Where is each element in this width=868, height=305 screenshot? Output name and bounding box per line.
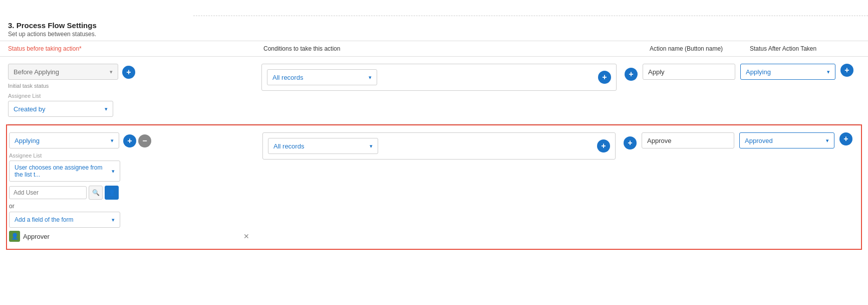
row2-add-field-value: Add a field of the form bbox=[15, 216, 73, 223]
row2-middle: All records ▾ + bbox=[254, 132, 624, 160]
page-subtitle: Set up actions between statuses. bbox=[8, 31, 860, 38]
row2-left: Applying ▾ + − Assignee List bbox=[9, 132, 254, 242]
row1-add-button[interactable]: + bbox=[122, 66, 135, 79]
row2-conditions-box: All records ▾ + bbox=[262, 132, 616, 160]
col-header-conditions: Conditions to take this action bbox=[253, 45, 650, 52]
row2-or-text: or bbox=[9, 203, 249, 210]
row2-status-after-wrap: Approved ▾ bbox=[739, 132, 834, 148]
row2-assignee-label: Assignee List bbox=[9, 152, 249, 159]
row1-left: Before Applying ▾ + Initial task status … bbox=[8, 64, 253, 117]
row2-action-name-input[interactable] bbox=[642, 132, 734, 148]
top-area bbox=[0, 5, 868, 21]
row2-search-icon-btn[interactable]: 🔍 bbox=[89, 186, 103, 200]
row2-approver-label: Approver bbox=[23, 233, 240, 240]
row1-conditions-dropdown[interactable]: All records ▾ bbox=[267, 69, 377, 85]
row2-remove-button[interactable]: − bbox=[138, 134, 151, 147]
row1-initial-task-label: Initial task status bbox=[8, 83, 248, 89]
row1-assignee-dropdown[interactable]: Created by ▾ bbox=[8, 101, 113, 117]
row1-assignee-section: Assignee List Created by ▾ bbox=[8, 93, 248, 117]
row2-add-button[interactable]: + bbox=[123, 134, 136, 147]
search-icon: 🔍 bbox=[92, 189, 100, 196]
row1-action-name-input[interactable] bbox=[643, 64, 735, 80]
row1-conditions-value: All records bbox=[272, 74, 303, 81]
row2-assignee-chevron: ▾ bbox=[112, 168, 115, 175]
row2-add-user-section: 🔍 👤 or Add a field of the form ▾ bbox=[9, 186, 249, 242]
row2-status-after-label: Approved bbox=[745, 137, 773, 144]
row1-assignee-chevron: ▾ bbox=[105, 106, 108, 112]
row1-assignee-label: Assignee List bbox=[8, 93, 248, 99]
row2-approver-row: 👤 Approver ✕ bbox=[9, 231, 249, 242]
page-title: 3. Process Flow Settings bbox=[8, 21, 860, 30]
row2-add-field-chevron: ▾ bbox=[112, 217, 115, 223]
row1-assignee-dropdown-wrap: Created by ▾ bbox=[8, 101, 113, 117]
row2-status-before-dropdown[interactable]: Applying ▾ bbox=[9, 132, 119, 148]
columns-header: Status before taking action* Conditions … bbox=[0, 41, 868, 57]
row1-far-right-add-button[interactable]: + bbox=[840, 64, 853, 77]
row1-status-after-chevron: ▾ bbox=[827, 69, 830, 75]
row2-conditions-chevron: ▾ bbox=[370, 143, 373, 149]
page-header: 3. Process Flow Settings Set up actions … bbox=[0, 21, 868, 41]
process-row-2: Applying ▾ + − Assignee List bbox=[6, 124, 862, 250]
row1-status-after-wrap: Applying ▾ bbox=[740, 64, 835, 80]
row1-conditions-box: All records ▾ + bbox=[261, 64, 617, 91]
row2-add-field-dropdown-wrap: Add a field of the form ▾ bbox=[9, 212, 120, 228]
row2-status-dropdown-wrap: Applying ▾ bbox=[9, 132, 119, 148]
row1-assignee-value: Created by bbox=[14, 105, 46, 113]
row2-assignee-section: Assignee List User chooses one assignee … bbox=[9, 152, 249, 182]
row1-middle: All records ▾ + bbox=[253, 64, 625, 91]
row1-conditions-add-button[interactable]: + bbox=[598, 71, 611, 84]
approver-icon: 👤 bbox=[9, 231, 20, 242]
row2-left-inner: Applying ▾ + − bbox=[9, 132, 249, 148]
row1-action-buttons: + bbox=[122, 66, 135, 79]
row2-add-user-row: 🔍 👤 bbox=[9, 186, 249, 200]
row2-conditions-inner: All records ▾ bbox=[268, 138, 378, 154]
row2-right: + Approved ▾ + bbox=[624, 132, 859, 149]
row2-assignee-dropdown-wrap: User chooses one assignee from the list … bbox=[9, 161, 120, 182]
row1-conditions-chevron: ▾ bbox=[369, 74, 372, 81]
col-header-action-name: Action name (Button name) bbox=[650, 45, 750, 52]
row1-left-inner: Before Applying ▾ + bbox=[8, 64, 248, 80]
row2-status-after-dropdown[interactable]: Approved ▾ bbox=[739, 132, 834, 148]
row2-far-right-add-button[interactable]: + bbox=[839, 132, 852, 145]
row2-conditions-value: All records bbox=[273, 142, 304, 150]
page-container: 3. Process Flow Settings Set up actions … bbox=[0, 0, 868, 305]
row2-add-user-input[interactable] bbox=[9, 186, 87, 199]
row2-person-icon-btn[interactable]: 👤 bbox=[105, 186, 119, 200]
row1-status-before-label: Before Applying bbox=[14, 68, 59, 76]
row1-status-after-dropdown[interactable]: Applying ▾ bbox=[740, 64, 835, 80]
row2-status-after-chevron: ▾ bbox=[826, 137, 829, 144]
row2-conditions-add-button[interactable]: + bbox=[597, 139, 610, 152]
row2-status-before-label: Applying bbox=[15, 137, 40, 144]
col-header-status-after: Status After Action Taken bbox=[750, 45, 860, 52]
row1-status-after-label: Applying bbox=[746, 68, 771, 76]
rows-container: Before Applying ▾ + Initial task status … bbox=[0, 57, 868, 250]
process-row-1: Before Applying ▾ + Initial task status … bbox=[8, 57, 860, 124]
row1-status-dropdown-wrap: Before Applying ▾ bbox=[8, 64, 118, 80]
row1-conditions-inner: All records ▾ bbox=[267, 69, 377, 85]
row1-status-before-dropdown[interactable]: Before Applying ▾ bbox=[8, 64, 118, 80]
col-header-status-before: Status before taking action* bbox=[8, 45, 253, 52]
row2-add-field-dropdown[interactable]: Add a field of the form ▾ bbox=[9, 212, 120, 228]
row2-chevron-icon: ▾ bbox=[111, 137, 114, 144]
person-icon: 👤 bbox=[108, 189, 116, 196]
row1-right-add-button[interactable]: + bbox=[625, 68, 638, 81]
row2-assignee-value: User chooses one assignee from the list … bbox=[15, 164, 109, 178]
row2-assignee-dropdown[interactable]: User chooses one assignee from the list … bbox=[9, 161, 120, 182]
row1-right: + Applying ▾ + bbox=[625, 64, 860, 81]
row1-chevron-icon: ▾ bbox=[110, 69, 113, 75]
row2-right-add-button[interactable]: + bbox=[624, 136, 637, 149]
row2-action-buttons: + − bbox=[123, 134, 151, 147]
row2-approver-close-icon[interactable]: ✕ bbox=[243, 232, 249, 240]
dotted-line-area bbox=[193, 16, 868, 16]
row2-conditions-dropdown[interactable]: All records ▾ bbox=[268, 138, 378, 154]
